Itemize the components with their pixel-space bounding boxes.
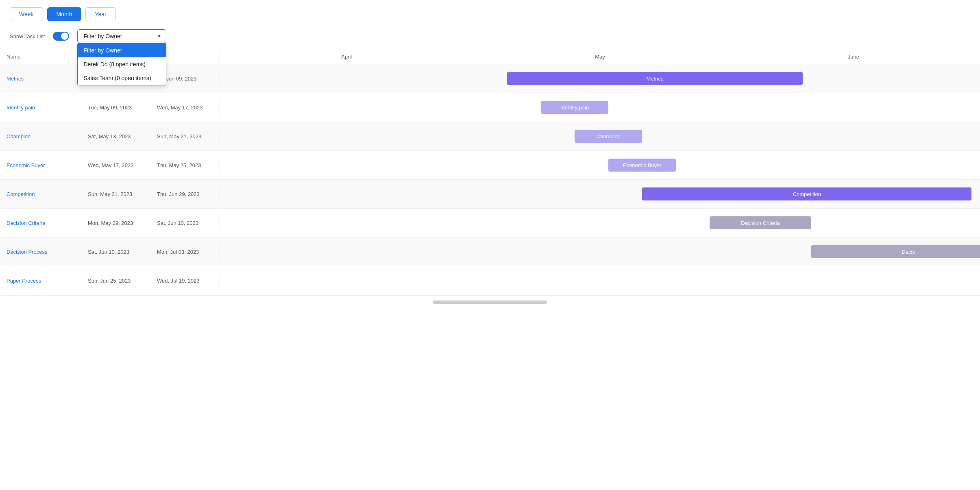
show-task-label: Show Task List bbox=[10, 33, 45, 39]
filter-dropdown-wrapper: Filter by Owner Derek Do (8 open items) … bbox=[77, 29, 166, 43]
view-toggle-bar: Week Month Year bbox=[0, 0, 980, 26]
year-button[interactable]: Year bbox=[85, 7, 115, 21]
table-row: Decision Process Sat, Jun 10, 2023 Mon, … bbox=[0, 237, 980, 266]
gantt-row-left: Economic Buyer Wed, May 17, 2023 Thu, Ma… bbox=[0, 157, 220, 173]
week-button[interactable]: Week bbox=[10, 7, 43, 21]
scrollbar-thumb[interactable] bbox=[433, 301, 547, 304]
gantt-body: Metrics Fri, May 05, 2023 Fri, Jun 09, 2… bbox=[0, 64, 980, 295]
gantt-row-left: Identify pain Tue, May 09, 2023 Wed, May… bbox=[0, 100, 220, 115]
gantt-row-chart: Identify pain bbox=[220, 93, 980, 122]
gantt-bar[interactable]: Champion bbox=[575, 130, 642, 143]
row-name[interactable]: Competition bbox=[0, 186, 81, 202]
row-name[interactable]: Paper Process bbox=[0, 273, 81, 289]
gantt-row-chart: Decis bbox=[220, 237, 980, 266]
row-to: Sat, Jun 10, 2023 bbox=[150, 215, 220, 231]
show-task-toggle[interactable] bbox=[53, 32, 69, 41]
gantt-row-chart: Metrics bbox=[220, 64, 980, 93]
row-from: Sat, May 13, 2023 bbox=[81, 128, 150, 144]
month-button[interactable]: Month bbox=[47, 7, 82, 21]
row-from: Wed, May 17, 2023 bbox=[81, 157, 150, 173]
gantt-row-chart bbox=[220, 266, 980, 295]
row-from: Sat, Jun 10, 2023 bbox=[81, 244, 150, 260]
row-from: Sun, May 21, 2023 bbox=[81, 186, 150, 202]
row-from: Tue, May 09, 2023 bbox=[81, 100, 150, 115]
row-to: Wed, May 17, 2023 bbox=[150, 100, 220, 115]
month-june: June bbox=[727, 50, 980, 64]
filter-option-sales[interactable]: Sales Team (0 open items) bbox=[78, 71, 166, 85]
row-to: Thu, May 25, 2023 bbox=[150, 157, 220, 173]
gantt-bar[interactable]: Identify pain bbox=[541, 101, 608, 114]
gantt-timeline-header: April May June bbox=[220, 50, 980, 64]
table-row: Economic Buyer Wed, May 17, 2023 Thu, Ma… bbox=[0, 151, 980, 180]
gantt-bar[interactable]: Decis bbox=[811, 245, 980, 258]
row-name[interactable]: Economic Buyer bbox=[0, 157, 81, 173]
month-april: April bbox=[220, 50, 473, 64]
filter-option-derek[interactable]: Derek Do (8 open items) bbox=[78, 57, 166, 71]
row-to: Sun, May 21, 2023 bbox=[150, 128, 220, 144]
gantt-row-chart: Decision Criteria bbox=[220, 209, 980, 237]
gantt-bar[interactable]: Competition bbox=[642, 187, 971, 200]
scrollbar-track[interactable] bbox=[0, 295, 980, 309]
gantt-row-left: Champion Sat, May 13, 2023 Sun, May 21, … bbox=[0, 128, 220, 144]
row-to: Thu, Jun 29, 2023 bbox=[150, 186, 220, 202]
gantt-row-chart: Champion bbox=[220, 122, 980, 150]
month-may: May bbox=[473, 50, 726, 64]
gantt-bar[interactable]: Decision Criteria bbox=[710, 216, 811, 229]
table-row: Paper Process Sun, Jun 25, 2023 Wed, Jul… bbox=[0, 266, 980, 295]
row-from: Mon, May 29, 2023 bbox=[81, 215, 150, 231]
gantt-row-chart: Economic Buyer bbox=[220, 151, 980, 179]
row-name[interactable]: Decision Criteria bbox=[0, 215, 81, 231]
table-row: Identify pain Tue, May 09, 2023 Wed, May… bbox=[0, 93, 980, 122]
filter-dropdown-menu: Filter by Owner Derek Do (8 open items) … bbox=[77, 43, 166, 85]
controls-bar: Show Task List Filter by Owner Derek Do … bbox=[0, 26, 980, 50]
gantt-bar[interactable]: Metrics bbox=[507, 72, 803, 85]
filter-option-default[interactable]: Filter by Owner bbox=[78, 44, 166, 57]
filter-owner-select[interactable]: Filter by Owner Derek Do (8 open items) … bbox=[77, 29, 166, 43]
gantt-row-left: Paper Process Sun, Jun 25, 2023 Wed, Jul… bbox=[0, 273, 220, 289]
table-row: Competition Sun, May 21, 2023 Thu, Jun 2… bbox=[0, 180, 980, 209]
gantt-row-left: Decision Process Sat, Jun 10, 2023 Mon, … bbox=[0, 244, 220, 260]
table-row: Decision Criteria Mon, May 29, 2023 Sat,… bbox=[0, 209, 980, 237]
gantt-bar[interactable]: Economic Buyer bbox=[608, 159, 676, 172]
row-to: Wed, Jul 19, 2023 bbox=[150, 273, 220, 289]
row-name[interactable]: Metrics bbox=[0, 71, 81, 87]
row-from: Sun, Jun 25, 2023 bbox=[81, 273, 150, 289]
gantt-chart: Name From April May June Metrics Fri, Ma… bbox=[0, 50, 980, 309]
gantt-row-left: Decision Criteria Mon, May 29, 2023 Sat,… bbox=[0, 215, 220, 231]
row-name[interactable]: Champion bbox=[0, 128, 81, 144]
gantt-row-chart: Competition bbox=[220, 180, 980, 208]
row-name[interactable]: Decision Process bbox=[0, 244, 81, 260]
row-to: Mon, Jul 03, 2023 bbox=[150, 244, 220, 260]
row-name[interactable]: Identify pain bbox=[0, 100, 81, 115]
col-header-name: Name bbox=[0, 50, 81, 64]
table-row: Champion Sat, May 13, 2023 Sun, May 21, … bbox=[0, 122, 980, 151]
gantt-row-left: Competition Sun, May 21, 2023 Thu, Jun 2… bbox=[0, 186, 220, 202]
